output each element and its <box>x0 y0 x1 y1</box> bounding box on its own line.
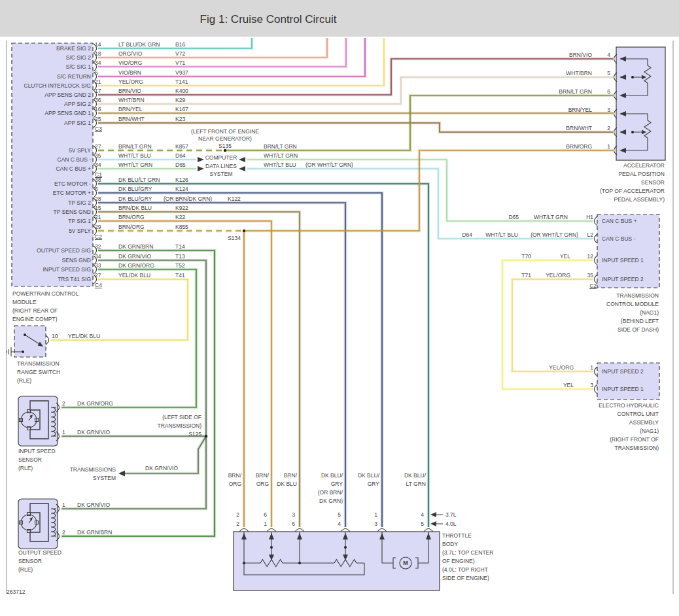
pcm-signal-label: CAN C BUS - <box>58 156 91 163</box>
pin-number: 5 <box>95 69 98 76</box>
tcm-pin-brackets <box>595 216 598 284</box>
pcm-signal-label: APP SIG 1 <box>64 120 91 126</box>
pin-number: 34 <box>95 253 101 260</box>
ehcu-name-line: (NAG1) <box>640 428 659 434</box>
s125-location-line: (LEFT SIDE OF <box>162 414 201 420</box>
pin-number: 2 <box>607 125 610 131</box>
tcm-name-line: (BEHIND LEFT <box>621 318 659 324</box>
engine-variant-label: 4.0L <box>445 521 457 527</box>
tcm-name-line: SIDE OF DASH) <box>618 326 659 333</box>
trans-sys-line: SYSTEM <box>93 475 116 481</box>
pcm-name-line: MODULE <box>12 299 36 305</box>
wire-color-label: DK GRN/VIO <box>77 429 110 436</box>
wire-color-note: (OR BRN/ <box>318 489 343 496</box>
circuit-number: T41 <box>175 272 185 279</box>
trans-sys-line: TRANSMISSIONS <box>70 466 116 473</box>
computer-data-lines-line: SYSTEM <box>210 171 233 177</box>
circuit-number: K400 <box>175 88 188 94</box>
pin-number: 33 <box>95 262 101 269</box>
circuit-number: T13 <box>175 253 185 260</box>
circuit-number: T141 <box>175 78 188 85</box>
circuit-number: D64 <box>462 231 472 238</box>
wire-color-label: BRN/LT GRN <box>118 143 152 150</box>
app-name-line: (TOP OF ACCELERATOR <box>600 188 665 194</box>
engine-variant-label: 3.7L <box>445 511 457 518</box>
wire-color-label: BRN/ <box>228 472 241 479</box>
circuit-number: K857 <box>175 143 188 150</box>
pin-number: 2 <box>236 521 239 527</box>
pcm-signal-label: INPUT SPEED SIG <box>43 266 91 273</box>
pcm-name-line: ENGINE COMPT) <box>12 316 57 322</box>
circuit-number: T14 <box>175 243 185 250</box>
pcm-signal-label: S/C SIG 2 <box>66 54 91 61</box>
circuit-number: D65 <box>508 214 519 220</box>
pin-number: 1 <box>590 364 593 371</box>
wire-color-label: BRN/ORG <box>566 143 592 150</box>
wire-t71-yel-org <box>512 279 593 371</box>
wire-color-label: LT GRN <box>406 481 426 487</box>
pin-number: 21 <box>95 78 101 85</box>
splice-label: S134 <box>228 235 241 241</box>
pcm-signal-label: SENS GND <box>62 257 91 264</box>
wire-sens-gnd <box>98 260 206 436</box>
pin-number: 21 <box>95 214 101 220</box>
ehcu-pin-brackets <box>595 367 598 394</box>
ehcu-name-line: CONTROL UNIT <box>618 411 659 417</box>
pin-number: 36 <box>95 97 101 103</box>
tcm-signal-label: CAN C BUS - <box>602 235 635 242</box>
tcm-name-line: (NAG1) <box>640 309 659 316</box>
connector-label: C2 <box>95 233 102 240</box>
ehcu-name-line: TRANSMISSION) <box>614 445 659 451</box>
wire-color-label: YEL/ORG <box>546 272 570 279</box>
throttle-name-line: BODY <box>442 541 458 547</box>
tcm-name-line: TRANSMISSION <box>616 292 659 299</box>
pin-number: 2 <box>62 400 65 407</box>
wire-color-note: (OR WHT/LT GRN) <box>305 162 353 168</box>
oss-name-line: OUTPUT SPEED <box>18 549 61 556</box>
oss-name-line: SENSOR <box>18 558 42 564</box>
ehcu-name-line: (RIGHT FRONT OF <box>610 436 659 443</box>
wire-color-label: WHT/LT BLU <box>485 231 518 238</box>
ehcu-name-line: ASSEMBLY <box>629 419 659 426</box>
junction-dot <box>298 562 301 564</box>
pin-number: L2 <box>587 231 593 238</box>
pot2-wiper-dot <box>631 131 634 133</box>
pcm-signal-label: 5V SPLY <box>69 147 91 154</box>
splice-s125-dot <box>205 435 207 437</box>
app-sensor-box <box>616 47 665 160</box>
circuit-number: T71 <box>521 272 531 279</box>
circuit-number: V72 <box>175 50 185 57</box>
circuit-number: K22 <box>175 214 185 220</box>
wire-color-label: ORG <box>256 481 269 487</box>
wire-color-note: (OR WHT/LT GRN) <box>531 231 578 238</box>
pin-number: 1 <box>62 502 65 508</box>
splice-s134-dot <box>243 230 245 232</box>
pin-number: 3 <box>590 382 593 388</box>
pin-number: 2 <box>62 529 65 536</box>
wire-color-label: WHT/LT BLU <box>118 152 151 159</box>
pcm-signal-label: TP SENS GND <box>54 209 91 215</box>
wire-color-label: WHT/LT GRN <box>534 214 568 220</box>
pot1-wiper-dot <box>631 76 634 78</box>
pin-number: 5 <box>338 511 341 518</box>
pcm-signal-label: ETC MOTOR - <box>54 180 91 187</box>
wire-color-label: LT BLU/DK GRN <box>118 41 160 48</box>
wire-color-label: WHT/BRN <box>118 97 145 103</box>
s135-location-line: NEAR GENERATOR) <box>198 135 252 142</box>
wire-color-label: YEL/DK BLU <box>68 333 100 339</box>
junction-dot <box>344 546 347 549</box>
wire-color-label: BRN/YEL <box>118 106 142 112</box>
wire-color-label: BRN/ <box>256 472 269 479</box>
circuit-number: D65 <box>175 162 186 168</box>
pin-number: 15 <box>95 205 101 211</box>
figure-title: Fig 1: Cruise Control Circuit <box>200 13 337 26</box>
wire-color-label: WHT/LT GRN <box>118 162 152 168</box>
wire-color-label: BRN/YEL <box>568 107 592 113</box>
ehcu-name-line: ELECTRO HYDRAULIC <box>599 402 659 409</box>
throttle-name-line: OF ENGINE) <box>442 558 475 564</box>
junction-dot <box>243 562 245 564</box>
pin-number: 34 <box>95 60 101 66</box>
pcm-signal-label: BRAKE SIG 2 <box>56 45 91 52</box>
circuit-number: K124 <box>175 186 188 192</box>
app-name-line: PEDAL POSITION <box>618 171 665 177</box>
